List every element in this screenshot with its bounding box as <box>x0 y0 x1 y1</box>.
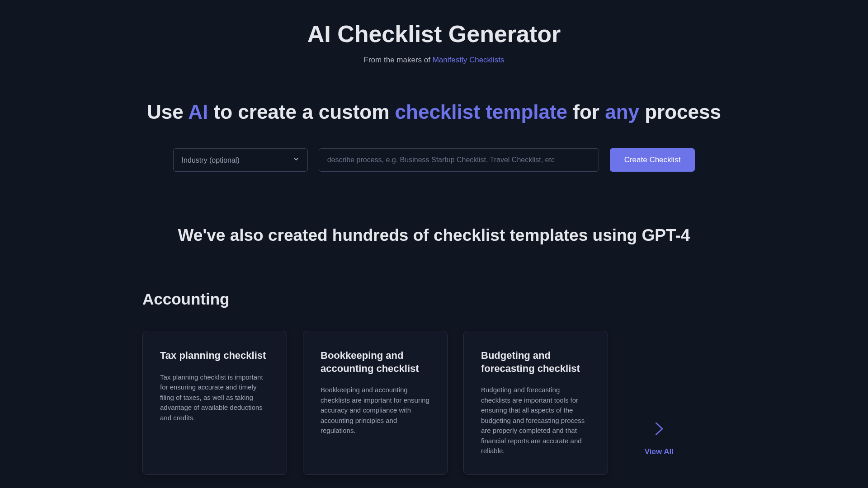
subtitle-link[interactable]: Manifestly Checklists <box>433 56 505 64</box>
page-title: AI Checklist Generator <box>27 20 841 47</box>
subtitle: From the makers of Manifestly Checklists <box>27 56 841 65</box>
template-card[interactable]: Tax planning checklist Tax planning chec… <box>142 331 287 475</box>
category-title: Accounting <box>142 290 726 308</box>
tagline-part2: to create a custom <box>208 101 395 123</box>
cards-row: Tax planning checklist Tax planning chec… <box>142 331 726 475</box>
tagline-part1: Use <box>147 101 188 123</box>
card-description: Tax planning checklist is important for … <box>160 372 269 423</box>
subtitle-prefix: From the makers of <box>364 56 433 64</box>
chevron-right-icon <box>645 421 674 438</box>
template-card[interactable]: Budgeting and forecasting checklist Budg… <box>463 331 608 475</box>
template-card[interactable]: Bookkeeping and accounting checklist Boo… <box>303 331 448 475</box>
tagline: Use AI to create a custom checklist temp… <box>27 101 841 123</box>
card-description: Bookkeeping and accounting checklists ar… <box>321 385 430 436</box>
card-description: Budgeting and forecasting checklists are… <box>481 385 590 456</box>
templates-heading: We've also created hundreds of checklist… <box>27 226 841 245</box>
card-title: Tax planning checklist <box>160 349 269 362</box>
view-all-button[interactable]: View All <box>645 421 674 456</box>
create-checklist-button[interactable]: Create Checklist <box>610 148 695 172</box>
generator-form: Industry (optional) Create Checklist <box>27 148 841 172</box>
tagline-part3: for <box>567 101 605 123</box>
view-all-label: View All <box>645 447 674 456</box>
tagline-highlight-any: any <box>605 101 639 123</box>
industry-select-wrapper: Industry (optional) <box>173 148 308 172</box>
industry-select[interactable]: Industry (optional) <box>173 148 308 172</box>
tagline-highlight-template: checklist template <box>395 101 568 123</box>
card-title: Budgeting and forecasting checklist <box>481 349 590 375</box>
templates-section: Accounting Tax planning checklist Tax pl… <box>27 290 841 475</box>
tagline-highlight-ai: AI <box>188 101 208 123</box>
tagline-part4: process <box>639 101 721 123</box>
card-title: Bookkeeping and accounting checklist <box>321 349 430 375</box>
process-input[interactable] <box>319 148 599 172</box>
